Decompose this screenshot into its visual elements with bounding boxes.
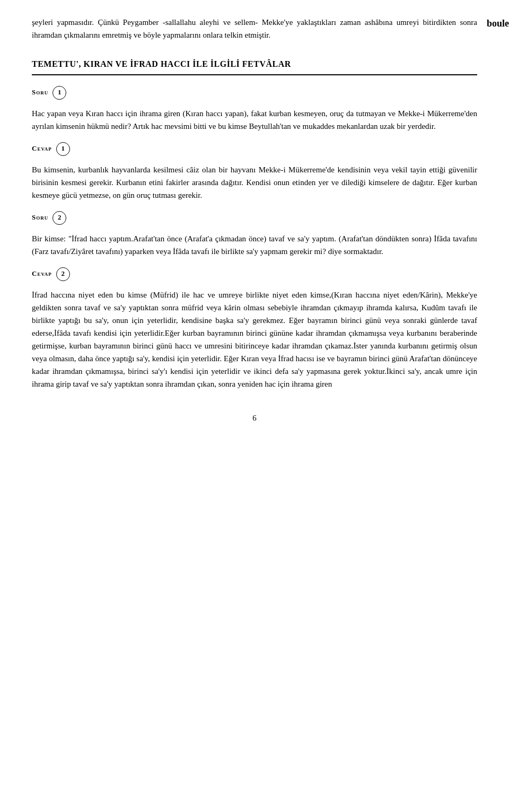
- page-number: 6: [32, 412, 477, 424]
- soru1-badge-row: Soru 1: [32, 86, 477, 100]
- soru2-number: 2: [52, 211, 66, 225]
- soru2-text: Bir kimse: "İfrad haccı yaptım.Arafat'ta…: [32, 232, 477, 258]
- page-content: boule şeyleri yapmasıdır. Çünkü Peygambe…: [32, 16, 477, 424]
- soru1-label: Soru: [32, 87, 48, 98]
- cevap2-text: İfrad haccına niyet eden bu kimse (Müfri…: [32, 289, 477, 390]
- cevap1-label: Cevap: [32, 143, 52, 154]
- cevap2-label: Cevap: [32, 268, 52, 280]
- cevap2-badge-row: Cevap 2: [32, 267, 477, 281]
- soru1-number: 1: [52, 86, 66, 100]
- intro-paragraph: şeyleri yapmasıdır. Çünkü Peygamber -sal…: [32, 16, 477, 41]
- cevap2-number: 2: [56, 267, 70, 281]
- soru1-text: Hac yapan veya Kıran haccı için ihrama g…: [32, 107, 477, 133]
- cevap1-number: 1: [56, 142, 70, 156]
- section-divider: [32, 74, 477, 75]
- cevap1-badge-row: Cevap 1: [32, 142, 477, 156]
- section-title: TEMETTU', KIRAN VE İFRAD HACCI İLE İLGİL…: [32, 57, 477, 71]
- soru2-badge-row: Soru 2: [32, 211, 477, 225]
- cevap1-text: Bu kimsenin, kurbanlık hayvanlarda kesil…: [32, 163, 477, 202]
- soru2-label: Soru: [32, 212, 48, 223]
- corner-boule: boule: [487, 16, 509, 31]
